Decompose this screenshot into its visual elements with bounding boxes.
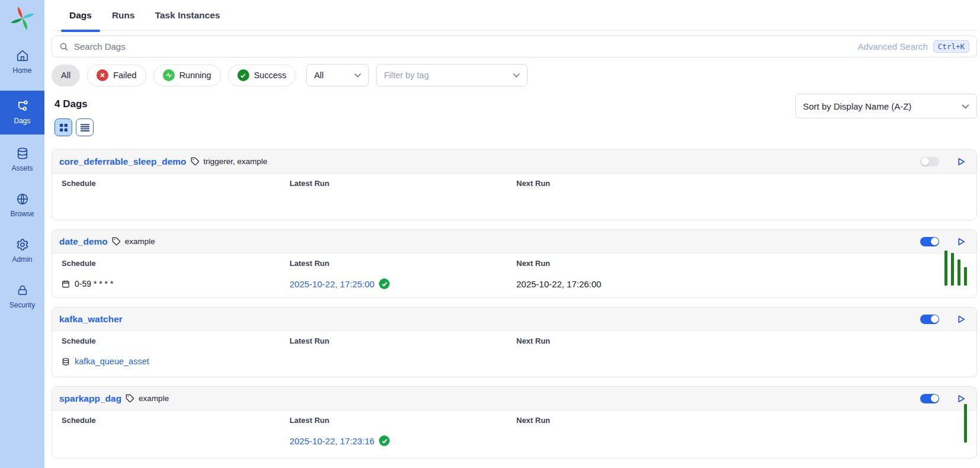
schedule-value: 0-59 * * * * (75, 279, 113, 289)
sidebar-item-dags[interactable]: Dags (0, 91, 44, 134)
recent-run-bar[interactable] (944, 251, 947, 286)
tag-icon (126, 394, 134, 403)
next-run-column: Next Run2025-10-22, 17:26:00 (516, 259, 967, 290)
dag-pause-toggle[interactable] (920, 315, 939, 324)
dag-card-columns: Schedule0-59 * * * *Latest Run2025-10-22… (52, 254, 976, 290)
state-filter-chips: All Failed Running Success All Filter by… (52, 64, 528, 86)
chip-all[interactable]: All (52, 65, 80, 86)
tag-filter-placeholder: Filter by tag (384, 70, 508, 80)
tab-task-instances[interactable]: Task Instances (147, 0, 229, 31)
play-icon (957, 157, 966, 166)
dag-list: core_deferrable_sleep_demotriggerer, exa… (52, 149, 977, 467)
next-run-column-label: Next Run (516, 259, 967, 268)
next-run-column: Next Run (516, 416, 967, 447)
next-run-column-label: Next Run (516, 416, 967, 425)
sidebar-item-label: Security (9, 301, 35, 309)
latest-run-column: Latest Run2025-10-22, 17:25:00 (290, 259, 516, 290)
schedule-column: Schedulekafka_queue_asset (62, 336, 290, 368)
recent-run-bar[interactable] (964, 267, 967, 286)
chevron-down-icon (513, 73, 520, 78)
chip-success[interactable]: Success (228, 65, 296, 86)
next-run-value: 2025-10-22, 17:26:00 (516, 279, 601, 289)
chip-label: All (61, 70, 70, 80)
state-select[interactable]: All (306, 64, 369, 86)
dag-tags: example (139, 394, 169, 403)
toggle-knob (931, 238, 939, 245)
next-run-column-value (516, 197, 967, 210)
dag-card-header: kafka_watcher (52, 307, 976, 331)
dag-pause-toggle[interactable] (920, 394, 939, 403)
security-icon (16, 284, 29, 297)
recent-run-bar[interactable] (951, 253, 954, 286)
recent-run-bar[interactable] (957, 259, 960, 286)
latest-run-column-label: Latest Run (290, 336, 516, 345)
chip-failed[interactable]: Failed (87, 65, 146, 86)
sidebar-item-browse[interactable]: Browse (0, 185, 44, 226)
trigger-dag-button[interactable] (955, 393, 967, 405)
sort-select[interactable]: Sort by Display Name (A-Z) (795, 94, 977, 118)
asset-icon (62, 357, 70, 366)
dag-card-columns: ScheduleLatest RunNext Run (52, 174, 976, 210)
check-icon (381, 281, 388, 287)
schedule-column-value: 0-59 * * * * (62, 277, 290, 290)
schedule-column: Schedule (62, 179, 290, 210)
home-icon (16, 49, 29, 62)
dag-card-body: Schedulekafka_queue_assetLatest RunNext … (52, 331, 976, 368)
trigger-dag-button[interactable] (955, 236, 967, 248)
dag-card-header: core_deferrable_sleep_demotriggerer, exa… (52, 150, 976, 174)
calendar-icon (62, 280, 70, 288)
next-run-column-value: 2025-10-22, 17:26:00 (516, 277, 967, 290)
search-input[interactable] (74, 41, 852, 52)
list-view-button[interactable] (76, 118, 94, 136)
shortcut-kbd: Ctrl+K (933, 40, 969, 53)
sidebar-item-assets[interactable]: Assets (0, 140, 44, 180)
recent-runs-bars (944, 251, 967, 286)
tab-runs[interactable]: Runs (104, 0, 143, 31)
play-icon (957, 394, 966, 403)
sidebar-item-admin[interactable]: Admin (0, 231, 44, 271)
success-status-icon (237, 69, 249, 81)
play-icon (957, 315, 966, 324)
dag-name-link[interactable]: sparkapp_dag (59, 393, 121, 404)
tag-icon (191, 157, 200, 166)
trigger-dag-button[interactable] (955, 156, 967, 168)
sidebar-item-security[interactable]: Security (0, 277, 44, 317)
schedule-column: Schedule0-59 * * * * (62, 259, 290, 290)
dag-pause-toggle[interactable] (920, 237, 939, 246)
sidebar-item-label: Assets (11, 164, 33, 172)
tabbar: Dags Runs Task Instances (52, 0, 977, 31)
schedule-asset-link[interactable]: kafka_queue_asset (75, 357, 149, 366)
tag-filter-select[interactable]: Filter by tag (376, 64, 528, 86)
advanced-search-link[interactable]: Advanced Search (857, 41, 927, 52)
list-view-icon (81, 124, 89, 132)
airflow-pinwheel-icon (10, 6, 35, 31)
latest-run-column-label: Latest Run (290, 416, 516, 425)
next-run-column-value (516, 434, 967, 447)
search-bar: Advanced Search Ctrl+K (52, 36, 977, 57)
trigger-dag-button[interactable] (955, 313, 967, 325)
dag-name-link[interactable]: date_demo (59, 236, 108, 247)
dag-name-link[interactable]: kafka_watcher (59, 314, 123, 325)
dag-card-header: date_demoexample (52, 230, 976, 254)
schedule-column-value (62, 434, 290, 447)
dag-count-heading: 4 Dags (54, 98, 88, 110)
dag-name-link[interactable]: core_deferrable_sleep_demo (59, 156, 187, 167)
browse-icon (16, 193, 29, 206)
sidebar: Home Dags Assets Browse Admin (0, 0, 44, 468)
tag-icon (112, 237, 121, 246)
check-icon (381, 438, 388, 444)
next-run-column-value (516, 355, 967, 368)
airflow-logo[interactable] (0, 0, 44, 37)
dag-card: sparkapp_dagexampleScheduleLatest Run202… (52, 386, 977, 459)
sidebar-item-home[interactable]: Home (0, 42, 44, 82)
tab-dags[interactable]: Dags (61, 0, 100, 31)
schedule-column-label: Schedule (62, 336, 290, 345)
dag-pause-toggle[interactable] (920, 157, 939, 166)
chip-running[interactable]: Running (153, 65, 221, 86)
chevron-down-icon (354, 73, 361, 78)
latest-run-link[interactable]: 2025-10-22, 17:23:16 (290, 436, 374, 446)
card-view-button[interactable] (54, 118, 72, 136)
schedule-column: Schedule (62, 416, 290, 447)
latest-run-link[interactable]: 2025-10-22, 17:25:00 (290, 279, 374, 289)
recent-run-bar[interactable] (964, 404, 967, 443)
